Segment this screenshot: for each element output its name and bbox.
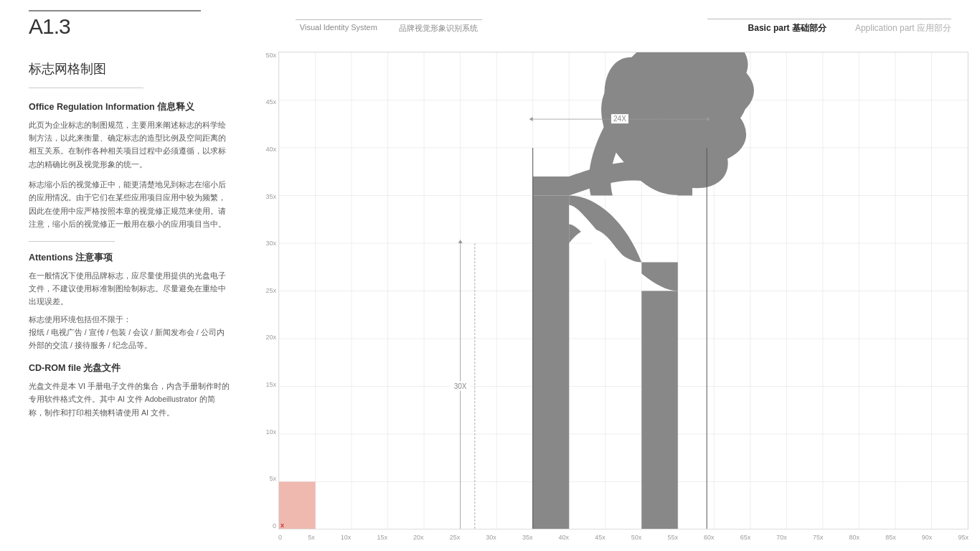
svg-rect-31: [279, 481, 316, 529]
svg-rect-34: [641, 291, 678, 529]
x-axis-labels: 0 5x 10x 15x 20x 25x 30x 35x 40x 45x 50x…: [278, 529, 969, 545]
svg-rect-33: [533, 195, 570, 529]
y-label-45: 45x: [258, 98, 278, 105]
page: A1.3 Visual Identity System 品牌视觉形象识别系统 B…: [0, 0, 980, 551]
y-label-50: 50x: [258, 52, 278, 59]
header-right: Basic part 基础部分 Application part 应用部分: [707, 19, 951, 34]
y-label-20: 20x: [258, 334, 278, 341]
header-text2: 品牌视觉形象识别系统: [399, 23, 478, 34]
main-title: 标志网格制图: [29, 60, 230, 77]
header-text1: Visual Identity System: [300, 23, 377, 34]
y-label-25: 25x: [258, 287, 278, 294]
x-label-45: 45x: [595, 534, 606, 541]
page-number: A1.3: [29, 14, 70, 39]
section2-body2: 标志使用环境包括但不限于： 报纸 / 电视广告 / 宣传 / 包装 / 会议 /…: [29, 313, 230, 352]
x-label-40: 40x: [559, 534, 570, 541]
x-label-10: 10x: [341, 534, 352, 541]
y-label-40: 40x: [258, 146, 278, 153]
section1-body1: 此页为企业标志的制图规范，主要用来阐述标志的科学绘制方法，以此来衡量、确定标志的…: [29, 118, 230, 171]
svg-point-44: [645, 56, 754, 125]
x-label-65: 65x: [740, 534, 751, 541]
x-label-80: 80x: [849, 534, 860, 541]
y-label-35: 35x: [258, 193, 278, 200]
y-label-5: 5x: [258, 475, 278, 482]
grid-area: x 24X30X: [278, 52, 969, 530]
svg-text:x: x: [281, 522, 284, 529]
left-panel: 标志网格制图 Office Regulation Information 信息释…: [0, 46, 258, 552]
header: A1.3 Visual Identity System 品牌视觉形象识别系统 B…: [0, 0, 980, 46]
x-label-75: 75x: [813, 534, 824, 541]
y-label-10: 10x: [258, 428, 278, 435]
right-panel: 0 5x 10x 15x 20x 25x 30x 35x 40x 45x 50x: [258, 46, 980, 552]
header-top-bar: [29, 10, 201, 11]
x-label-70: 70x: [776, 534, 787, 541]
y-label-15: 15x: [258, 381, 278, 388]
x-label-5: 5x: [308, 534, 315, 541]
x-label-15: 15x: [377, 534, 387, 541]
x-label-60: 60x: [704, 534, 715, 541]
x-label-90: 90x: [922, 534, 933, 541]
x-label-0: 0: [278, 534, 282, 541]
section3-body: 光盘文件是本 VI 手册电子文件的集合，内含手册制作时的专用软件格式文件。其中 …: [29, 380, 230, 419]
x-label-50: 50x: [631, 534, 642, 541]
section2-heading: Attentions 注意事项: [29, 252, 230, 264]
x-label-55: 55x: [667, 534, 678, 541]
section3-heading: CD-ROM file 光盘文件: [29, 362, 230, 375]
x-label-20: 20x: [413, 534, 424, 541]
x-label-30: 30x: [486, 534, 496, 541]
grid-wrapper: 0 5x 10x 15x 20x 25x 30x 35x 40x 45x 50x: [258, 52, 969, 546]
y-axis-labels: 0 5x 10x 15x 20x 25x 30x 35x 40x 45x 50x: [258, 52, 278, 530]
x-label-25: 25x: [450, 534, 461, 541]
x-label-95: 95x: [958, 534, 969, 541]
header-center: Visual Identity System 品牌视觉形象识别系统: [296, 19, 482, 34]
x-label-35: 35x: [522, 534, 533, 541]
section1-heading: Office Regulation Information 信息释义: [29, 101, 230, 113]
basic-part-label: Basic part 基础部分: [748, 22, 826, 34]
y-label-30: 30x: [258, 240, 278, 247]
main-content: 标志网格制图 Office Regulation Information 信息释…: [0, 46, 980, 552]
y-label-0: 0: [258, 522, 278, 529]
logo-svg: x: [279, 52, 968, 529]
section1-body2: 标志缩小后的视觉修正中，能更清楚地见到标志在缩小后的应用情况。由于它们在某些应用…: [29, 178, 230, 231]
app-part-label: Application part 应用部分: [855, 22, 951, 34]
x-label-85: 85x: [885, 534, 896, 541]
section2-body1: 在一般情况下使用品牌标志，应尽量使用提供的光盘电子文件，不建议使用标准制图绘制标…: [29, 269, 230, 309]
